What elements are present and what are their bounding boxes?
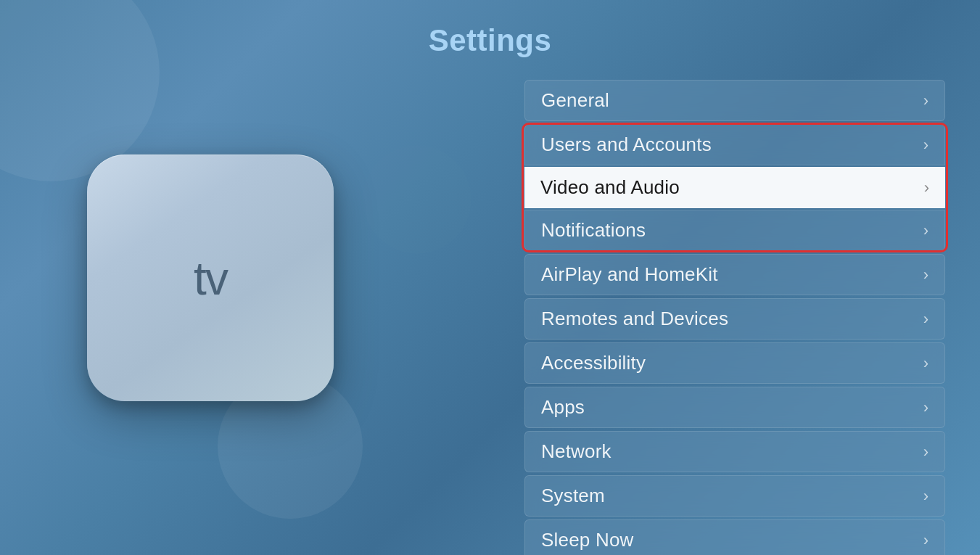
chevron-icon-accessibility: › <box>923 354 928 373</box>
settings-item-label-system: System <box>541 485 605 507</box>
settings-item-label-video-audio: Video and Audio <box>540 176 680 199</box>
settings-item-system[interactable]: System › <box>524 475 945 517</box>
settings-item-label-apps: Apps <box>541 396 585 419</box>
highlight-group: Users and Accounts › Video and Audio › N… <box>524 124 945 251</box>
chevron-icon-sleep-now: › <box>923 531 928 550</box>
chevron-icon-general: › <box>923 91 928 110</box>
settings-item-label-notifications: Notifications <box>541 219 646 242</box>
settings-item-general[interactable]: General › <box>524 80 945 121</box>
chevron-icon-notifications: › <box>923 221 928 240</box>
settings-item-label-network: Network <box>541 440 612 463</box>
settings-item-label-general: General <box>541 89 609 112</box>
tv-label: tv <box>194 255 227 302</box>
settings-item-apps[interactable]: Apps › <box>524 387 945 428</box>
settings-item-users-accounts[interactable]: Users and Accounts › <box>524 124 945 165</box>
settings-item-airplay-homekit[interactable]: AirPlay and HomeKit › <box>524 254 945 295</box>
settings-item-video-audio[interactable]: Video and Audio › <box>524 167 945 208</box>
settings-item-label-airplay-homekit: AirPlay and HomeKit <box>541 263 718 286</box>
settings-item-sleep-now[interactable]: Sleep Now › <box>524 519 945 555</box>
settings-item-label-sleep-now: Sleep Now <box>541 529 634 551</box>
settings-item-notifications[interactable]: Notifications › <box>524 210 945 251</box>
settings-item-label-accessibility: Accessibility <box>541 352 646 374</box>
settings-item-label-remotes-devices: Remotes and Devices <box>541 308 728 330</box>
chevron-icon-remotes-devices: › <box>923 310 928 329</box>
chevron-icon-video-audio: › <box>924 178 929 197</box>
settings-item-accessibility[interactable]: Accessibility › <box>524 342 945 384</box>
settings-item-label-users-accounts: Users and Accounts <box>541 133 712 156</box>
settings-list: General › Users and Accounts › Video and… <box>524 80 945 555</box>
appletv-device: tv <box>87 155 334 401</box>
appletv-logo: tv <box>194 254 227 302</box>
chevron-icon-airplay-homekit: › <box>923 266 928 284</box>
chevron-icon-apps: › <box>923 398 928 417</box>
chevron-icon-users-accounts: › <box>923 136 928 155</box>
chevron-icon-system: › <box>923 487 928 506</box>
chevron-icon-network: › <box>923 443 928 461</box>
page-title: Settings <box>429 23 552 58</box>
settings-item-remotes-devices[interactable]: Remotes and Devices › <box>524 298 945 340</box>
settings-item-network[interactable]: Network › <box>524 431 945 472</box>
